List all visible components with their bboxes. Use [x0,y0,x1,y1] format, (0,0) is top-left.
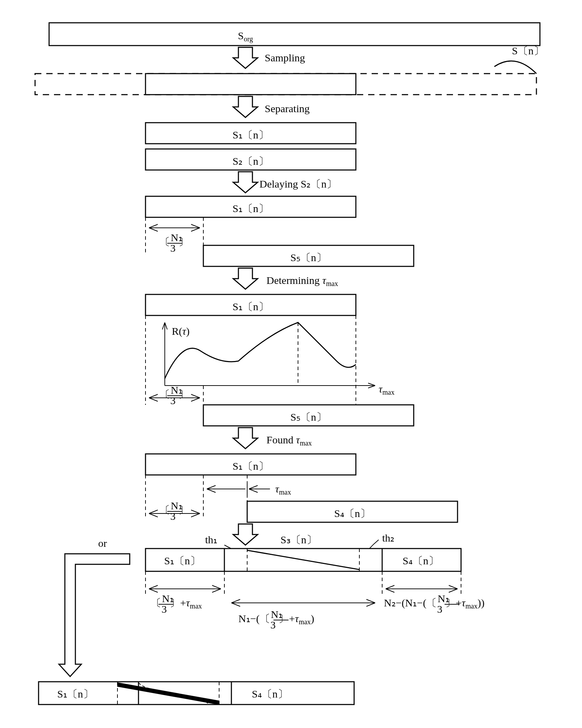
s4n-label-3: S₄〔n〕 [252,688,288,700]
sn-leader [494,61,536,74]
s1n-label-3: S₁〔n〕 [232,301,269,312]
s3n-label: S₃〔n〕 [280,534,317,545]
arrow-determining [233,268,258,289]
taumax-dim: τmax [207,482,291,498]
n1-3-dim-3: 〔N₁3〕 [149,500,200,522]
svg-text:〔N₁3〕: 〔N₁3〕 [160,232,189,254]
svg-text:〔N₁3〕+τmax: 〔N₁3〕+τmax [151,593,202,615]
determining-label: Determining τmax [266,274,338,287]
svg-text:N₁−(〔N₁3〕+τmax): N₁−(〔N₁3〕+τmax) [238,608,314,631]
arrow-delaying [233,172,258,193]
s5n-label-1: S₅〔n〕 [290,252,327,263]
arrow-separating [233,96,258,117]
th2-label: th₂ [382,532,394,544]
svg-text:N₂−(N₁−(〔N₁3〕+τmax)): N₂−(N₁−(〔N₁3〕+τmax)) [384,593,485,615]
sorg-box [49,23,540,46]
arrow-th [233,524,258,545]
separating-label: Separating [265,103,310,114]
svg-text:τmax: τmax [379,383,394,396]
svg-text:〔N₁3〕: 〔N₁3〕 [160,384,189,406]
found-label: Found τmax [266,434,312,447]
sn-label: S〔n〕 [512,45,544,56]
s1n-label-5: S₁〔n〕 [164,555,201,566]
s1n-label-2: S₁〔n〕 [232,203,269,214]
s5n-label-2: S₅〔n〕 [290,411,327,423]
s4n-label-2: S₄〔n〕 [402,555,439,566]
arrow-found [233,428,258,449]
svg-text:〔N₁3〕: 〔N₁3〕 [160,500,189,522]
arrow-sampling [233,47,258,68]
sampling-label: Sampling [265,52,305,63]
n1-3-dim-2: 〔N₁3〕 [149,384,200,406]
bottom-dims: 〔N₁3〕+τmax N₁−(〔N₁3〕+τmax) N₂−(N₁−(〔N₁3〕… [146,571,485,631]
svg-text:τmax: τmax [275,483,291,496]
s1n-label-1: S₁〔n〕 [232,129,269,141]
n1-3-dim-1: 〔N₁3〕 [149,224,200,254]
sn-inner-box [146,74,356,95]
s2n-label: S₂〔n〕 [232,155,269,167]
s1n-label-6: S₁〔n〕 [57,688,94,700]
th1-label: th₁ [205,534,217,545]
svg-text:R(τ): R(τ) [172,325,190,337]
or-label: or [98,537,107,549]
s4n-label-1: S₄〔n〕 [334,508,371,519]
delaying-label: Delaying S₂〔n〕 [259,178,337,190]
s1n-label-4: S₁〔n〕 [232,460,269,472]
or-arrow [59,554,130,676]
